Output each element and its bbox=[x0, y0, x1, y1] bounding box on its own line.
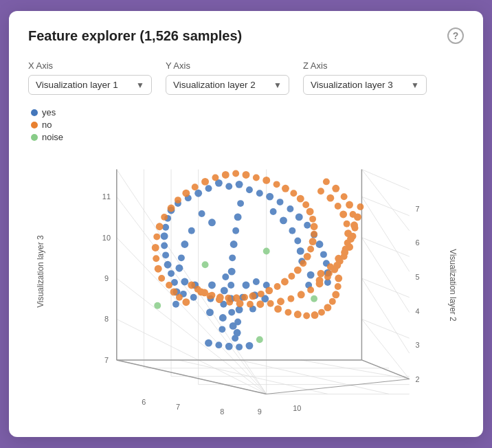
svg-point-111 bbox=[243, 282, 250, 289]
svg-line-33 bbox=[361, 170, 409, 190]
svg-point-164 bbox=[265, 287, 273, 294]
legend-no-label: no bbox=[42, 120, 52, 130]
svg-point-80 bbox=[162, 251, 169, 258]
svg-point-248 bbox=[202, 261, 209, 268]
svg-point-190 bbox=[277, 298, 284, 305]
svg-point-117 bbox=[221, 287, 228, 294]
svg-point-201 bbox=[341, 193, 348, 200]
svg-point-150 bbox=[297, 195, 304, 203]
svg-point-167 bbox=[241, 294, 248, 301]
svg-point-225 bbox=[176, 294, 183, 301]
svg-text:4: 4 bbox=[416, 307, 420, 315]
svg-point-104 bbox=[289, 227, 295, 234]
svg-point-191 bbox=[267, 300, 274, 307]
svg-line-30 bbox=[361, 278, 409, 298]
svg-point-61 bbox=[236, 181, 243, 188]
svg-point-236 bbox=[332, 291, 339, 298]
svg-point-198 bbox=[197, 288, 205, 295]
svg-point-142 bbox=[222, 171, 230, 179]
svg-point-223 bbox=[158, 275, 165, 282]
y-axis-group: Y Axis Visualization layer 2 ▼ bbox=[166, 60, 289, 95]
svg-text:7: 7 bbox=[176, 403, 180, 411]
x-axis-select[interactable]: Visualization layer 1 ▼ bbox=[28, 75, 152, 95]
y-axis-label: Y Axis bbox=[166, 60, 289, 71]
svg-point-224 bbox=[182, 298, 190, 306]
card-title: Feature explorer (1,526 samples) bbox=[28, 28, 242, 44]
svg-point-96 bbox=[228, 309, 235, 316]
svg-point-67 bbox=[266, 193, 273, 201]
chart-legend: yes no noise bbox=[31, 107, 464, 142]
svg-point-108 bbox=[294, 238, 301, 245]
svg-point-250 bbox=[154, 302, 161, 309]
svg-point-78 bbox=[161, 243, 168, 249]
y-axis-value: Visualization layer 2 bbox=[173, 80, 256, 90]
svg-point-216 bbox=[168, 205, 175, 212]
svg-point-157 bbox=[307, 245, 314, 252]
svg-text:7: 7 bbox=[416, 205, 420, 213]
svg-point-155 bbox=[311, 231, 317, 238]
svg-point-194 bbox=[236, 300, 244, 307]
svg-line-14 bbox=[117, 238, 267, 394]
svg-point-245 bbox=[327, 263, 334, 270]
svg-point-140 bbox=[236, 344, 243, 350]
svg-point-162 bbox=[281, 278, 289, 286]
svg-point-156 bbox=[309, 238, 317, 245]
legend-no: no bbox=[31, 120, 464, 130]
svg-point-103 bbox=[280, 216, 287, 224]
legend-noise: noise bbox=[31, 132, 464, 142]
svg-point-227 bbox=[166, 282, 172, 289]
svg-point-99 bbox=[199, 210, 205, 217]
svg-point-84 bbox=[168, 270, 175, 277]
svg-point-90 bbox=[232, 227, 239, 234]
svg-point-101 bbox=[188, 227, 195, 234]
svg-point-175 bbox=[317, 188, 324, 194]
svg-text:Visualization layer 2: Visualization layer 2 bbox=[448, 249, 458, 321]
legend-noise-label: noise bbox=[42, 132, 63, 142]
svg-text:Visualization layer 3: Visualization layer 3 bbox=[36, 235, 45, 308]
svg-rect-0 bbox=[117, 156, 423, 360]
svg-point-237 bbox=[335, 283, 342, 290]
svg-point-235 bbox=[329, 298, 336, 305]
svg-point-208 bbox=[333, 262, 341, 269]
svg-point-147 bbox=[273, 181, 280, 188]
svg-point-88 bbox=[237, 200, 244, 207]
svg-point-165 bbox=[258, 291, 265, 298]
svg-point-232 bbox=[311, 311, 319, 319]
svg-point-151 bbox=[302, 201, 309, 208]
svg-point-244 bbox=[335, 255, 342, 262]
svg-point-199 bbox=[323, 178, 330, 185]
svg-point-217 bbox=[161, 214, 168, 221]
svg-point-220 bbox=[152, 244, 159, 251]
z-axis-value: Visualization layer 3 bbox=[311, 80, 393, 90]
svg-point-149 bbox=[290, 190, 297, 197]
svg-point-146 bbox=[262, 177, 270, 184]
legend-no-dot bbox=[31, 122, 38, 128]
svg-point-189 bbox=[287, 295, 294, 302]
svg-point-196 bbox=[216, 295, 223, 303]
svg-point-193 bbox=[247, 301, 254, 308]
svg-point-93 bbox=[228, 268, 236, 276]
x-axis-value: Visualization layer 1 bbox=[36, 80, 118, 90]
svg-point-212 bbox=[201, 178, 209, 186]
svg-point-242 bbox=[347, 235, 355, 243]
help-icon[interactable]: ? bbox=[447, 27, 464, 44]
svg-point-64 bbox=[194, 190, 202, 197]
svg-point-91 bbox=[230, 240, 238, 248]
svg-text:10: 10 bbox=[293, 404, 301, 412]
x-axis-group: X Axis Visualization layer 1 ▼ bbox=[28, 60, 152, 95]
svg-point-221 bbox=[153, 255, 159, 262]
svg-text:3: 3 bbox=[416, 341, 420, 349]
svg-text:10: 10 bbox=[102, 234, 111, 242]
svg-point-60 bbox=[225, 183, 232, 190]
y-axis-select[interactable]: Visualization layer 2 ▼ bbox=[166, 75, 289, 95]
svg-point-115 bbox=[234, 329, 241, 337]
svg-point-154 bbox=[311, 223, 318, 230]
scatter-chart: 7 8 9 10 11 6 7 8 9 10 2 3 4 5 6 7 bbox=[28, 148, 464, 416]
z-axis-select[interactable]: Visualization layer 3 ▼ bbox=[303, 75, 427, 95]
axis-controls: X Axis Visualization layer 1 ▼ Y Axis Vi… bbox=[28, 60, 464, 95]
svg-point-143 bbox=[232, 170, 239, 177]
svg-text:6: 6 bbox=[416, 238, 420, 247]
svg-point-163 bbox=[274, 283, 281, 290]
svg-point-200 bbox=[332, 185, 339, 192]
svg-point-114 bbox=[234, 318, 241, 325]
